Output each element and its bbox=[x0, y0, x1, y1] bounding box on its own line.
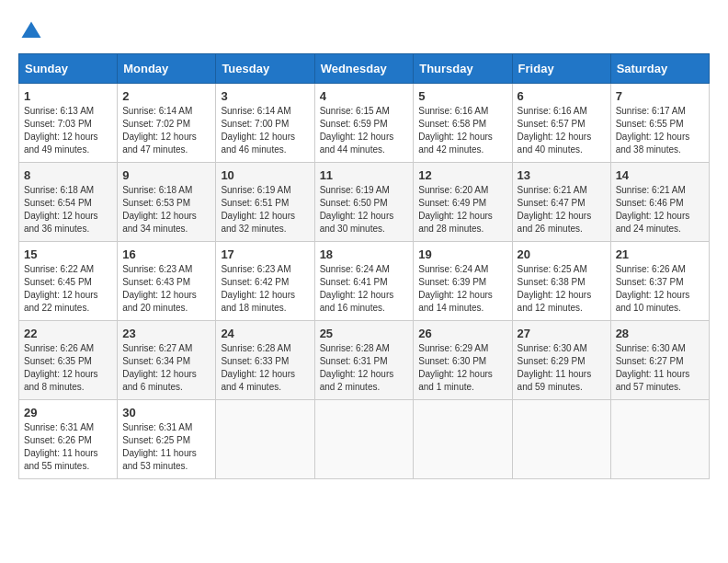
day-number: 4 bbox=[320, 89, 409, 103]
calendar-cell: 16 Sunrise: 6:23 AM Sunset: 6:43 PM Dayl… bbox=[118, 242, 216, 321]
calendar-cell: 14 Sunrise: 6:21 AM Sunset: 6:46 PM Dayl… bbox=[610, 163, 709, 242]
day-number: 3 bbox=[221, 89, 309, 103]
calendar-cell: 7 Sunrise: 6:17 AM Sunset: 6:55 PM Dayli… bbox=[610, 84, 709, 163]
calendar-cell: 28 Sunrise: 6:30 AM Sunset: 6:27 PM Dayl… bbox=[610, 321, 709, 400]
day-number: 24 bbox=[221, 327, 309, 340]
calendar-cell: 30 Sunrise: 6:31 AM Sunset: 6:25 PM Dayl… bbox=[118, 400, 216, 479]
calendar-cell: 3 Sunrise: 6:14 AM Sunset: 7:00 PM Dayli… bbox=[216, 84, 314, 163]
calendar-cell: 17 Sunrise: 6:23 AM Sunset: 6:42 PM Dayl… bbox=[216, 242, 314, 321]
calendar-cell: 11 Sunrise: 6:19 AM Sunset: 6:50 PM Dayl… bbox=[314, 163, 414, 242]
day-info: Sunrise: 6:25 AM Sunset: 6:38 PM Dayligh… bbox=[518, 263, 606, 315]
day-number: 27 bbox=[518, 327, 606, 340]
calendar-cell: 9 Sunrise: 6:18 AM Sunset: 6:53 PM Dayli… bbox=[118, 163, 216, 242]
day-number: 1 bbox=[24, 89, 112, 103]
header-sunday: Sunday bbox=[19, 54, 118, 84]
calendar-cell: 25 Sunrise: 6:28 AM Sunset: 6:31 PM Dayl… bbox=[314, 321, 414, 400]
calendar-header-row: SundayMondayTuesdayWednesdayThursdayFrid… bbox=[19, 54, 710, 84]
calendar-cell: 15 Sunrise: 6:22 AM Sunset: 6:45 PM Dayl… bbox=[19, 242, 118, 321]
calendar-week-5: 29 Sunrise: 6:31 AM Sunset: 6:26 PM Dayl… bbox=[19, 400, 710, 479]
day-info: Sunrise: 6:31 AM Sunset: 6:26 PM Dayligh… bbox=[24, 421, 112, 473]
day-number: 12 bbox=[418, 168, 506, 182]
calendar-week-2: 8 Sunrise: 6:18 AM Sunset: 6:54 PM Dayli… bbox=[19, 163, 710, 242]
day-info: Sunrise: 6:30 AM Sunset: 6:27 PM Dayligh… bbox=[616, 342, 704, 394]
calendar-cell: 23 Sunrise: 6:27 AM Sunset: 6:34 PM Dayl… bbox=[118, 321, 216, 400]
day-info: Sunrise: 6:19 AM Sunset: 6:50 PM Dayligh… bbox=[320, 184, 409, 236]
day-number: 2 bbox=[122, 89, 210, 103]
day-number: 17 bbox=[221, 247, 309, 261]
calendar-cell: 1 Sunrise: 6:13 AM Sunset: 7:03 PM Dayli… bbox=[19, 84, 118, 163]
day-number: 23 bbox=[122, 327, 210, 340]
day-number: 7 bbox=[616, 89, 704, 103]
day-info: Sunrise: 6:26 AM Sunset: 6:35 PM Dayligh… bbox=[24, 342, 112, 394]
day-info: Sunrise: 6:30 AM Sunset: 6:29 PM Dayligh… bbox=[518, 342, 606, 394]
calendar-cell: 29 Sunrise: 6:31 AM Sunset: 6:26 PM Dayl… bbox=[19, 400, 118, 479]
calendar-cell: 24 Sunrise: 6:28 AM Sunset: 6:33 PM Dayl… bbox=[216, 321, 314, 400]
calendar-cell: 10 Sunrise: 6:19 AM Sunset: 6:51 PM Dayl… bbox=[216, 163, 314, 242]
day-info: Sunrise: 6:13 AM Sunset: 7:03 PM Dayligh… bbox=[24, 105, 112, 156]
calendar-cell: 21 Sunrise: 6:26 AM Sunset: 6:37 PM Dayl… bbox=[610, 242, 709, 321]
calendar-week-4: 22 Sunrise: 6:26 AM Sunset: 6:35 PM Dayl… bbox=[19, 321, 710, 400]
day-number: 28 bbox=[616, 327, 704, 340]
day-info: Sunrise: 6:28 AM Sunset: 6:33 PM Dayligh… bbox=[221, 342, 309, 394]
calendar-cell: 19 Sunrise: 6:24 AM Sunset: 6:39 PM Dayl… bbox=[414, 242, 512, 321]
day-info: Sunrise: 6:23 AM Sunset: 6:42 PM Dayligh… bbox=[221, 263, 309, 315]
day-number: 15 bbox=[24, 247, 112, 261]
day-info: Sunrise: 6:18 AM Sunset: 6:54 PM Dayligh… bbox=[24, 184, 112, 236]
calendar-cell: 22 Sunrise: 6:26 AM Sunset: 6:35 PM Dayl… bbox=[19, 321, 118, 400]
calendar-cell: 4 Sunrise: 6:15 AM Sunset: 6:59 PM Dayli… bbox=[314, 84, 414, 163]
day-number: 25 bbox=[320, 327, 409, 340]
day-info: Sunrise: 6:17 AM Sunset: 6:55 PM Dayligh… bbox=[616, 105, 704, 156]
calendar-cell bbox=[610, 400, 709, 479]
day-info: Sunrise: 6:31 AM Sunset: 6:25 PM Dayligh… bbox=[122, 421, 210, 473]
day-info: Sunrise: 6:20 AM Sunset: 6:49 PM Dayligh… bbox=[418, 184, 506, 236]
day-number: 16 bbox=[122, 247, 210, 261]
calendar-cell bbox=[314, 400, 414, 479]
day-number: 9 bbox=[122, 168, 210, 182]
day-info: Sunrise: 6:23 AM Sunset: 6:43 PM Dayligh… bbox=[122, 263, 210, 315]
logo bbox=[18, 18, 48, 44]
calendar-table: SundayMondayTuesdayWednesdayThursdayFrid… bbox=[18, 53, 710, 479]
header-saturday: Saturday bbox=[610, 54, 709, 84]
calendar-cell bbox=[216, 400, 314, 479]
day-info: Sunrise: 6:14 AM Sunset: 7:02 PM Dayligh… bbox=[122, 105, 210, 156]
logo-icon bbox=[18, 18, 44, 44]
calendar-cell bbox=[414, 400, 512, 479]
calendar-cell: 27 Sunrise: 6:30 AM Sunset: 6:29 PM Dayl… bbox=[512, 321, 610, 400]
calendar-week-3: 15 Sunrise: 6:22 AM Sunset: 6:45 PM Dayl… bbox=[19, 242, 710, 321]
day-info: Sunrise: 6:27 AM Sunset: 6:34 PM Dayligh… bbox=[122, 342, 210, 394]
day-number: 6 bbox=[518, 89, 606, 103]
header-monday: Monday bbox=[118, 54, 216, 84]
header-friday: Friday bbox=[512, 54, 610, 84]
day-info: Sunrise: 6:19 AM Sunset: 6:51 PM Dayligh… bbox=[221, 184, 309, 236]
day-number: 20 bbox=[518, 247, 606, 261]
day-info: Sunrise: 6:18 AM Sunset: 6:53 PM Dayligh… bbox=[122, 184, 210, 236]
day-number: 18 bbox=[320, 247, 409, 261]
day-info: Sunrise: 6:15 AM Sunset: 6:59 PM Dayligh… bbox=[320, 105, 409, 156]
day-info: Sunrise: 6:26 AM Sunset: 6:37 PM Dayligh… bbox=[616, 263, 704, 315]
day-info: Sunrise: 6:16 AM Sunset: 6:58 PM Dayligh… bbox=[418, 105, 506, 156]
day-info: Sunrise: 6:21 AM Sunset: 6:46 PM Dayligh… bbox=[616, 184, 704, 236]
calendar-cell: 18 Sunrise: 6:24 AM Sunset: 6:41 PM Dayl… bbox=[314, 242, 414, 321]
day-info: Sunrise: 6:24 AM Sunset: 6:39 PM Dayligh… bbox=[418, 263, 506, 315]
calendar-week-1: 1 Sunrise: 6:13 AM Sunset: 7:03 PM Dayli… bbox=[19, 84, 710, 163]
day-number: 11 bbox=[320, 168, 409, 182]
page-header bbox=[18, 18, 710, 44]
day-number: 29 bbox=[24, 406, 112, 419]
calendar-cell: 12 Sunrise: 6:20 AM Sunset: 6:49 PM Dayl… bbox=[414, 163, 512, 242]
day-number: 10 bbox=[221, 168, 309, 182]
day-number: 21 bbox=[616, 247, 704, 261]
day-info: Sunrise: 6:21 AM Sunset: 6:47 PM Dayligh… bbox=[518, 184, 606, 236]
day-number: 14 bbox=[616, 168, 704, 182]
header-thursday: Thursday bbox=[414, 54, 512, 84]
day-info: Sunrise: 6:24 AM Sunset: 6:41 PM Dayligh… bbox=[320, 263, 409, 315]
day-number: 26 bbox=[418, 327, 506, 340]
calendar-cell: 6 Sunrise: 6:16 AM Sunset: 6:57 PM Dayli… bbox=[512, 84, 610, 163]
day-info: Sunrise: 6:29 AM Sunset: 6:30 PM Dayligh… bbox=[418, 342, 506, 394]
day-info: Sunrise: 6:28 AM Sunset: 6:31 PM Dayligh… bbox=[320, 342, 409, 394]
header-wednesday: Wednesday bbox=[314, 54, 414, 84]
day-info: Sunrise: 6:14 AM Sunset: 7:00 PM Dayligh… bbox=[221, 105, 309, 156]
calendar-cell: 13 Sunrise: 6:21 AM Sunset: 6:47 PM Dayl… bbox=[512, 163, 610, 242]
header-tuesday: Tuesday bbox=[216, 54, 314, 84]
calendar-cell: 8 Sunrise: 6:18 AM Sunset: 6:54 PM Dayli… bbox=[19, 163, 118, 242]
day-number: 22 bbox=[24, 327, 112, 340]
